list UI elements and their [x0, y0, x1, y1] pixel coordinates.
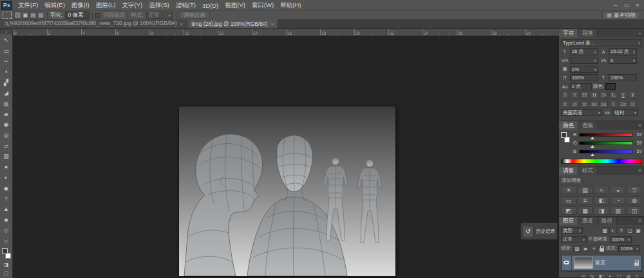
quick-mask-button[interactable]: ◨	[0, 261, 12, 269]
text-color-swatch[interactable]	[605, 83, 616, 90]
tab-layers[interactable]: 图层	[559, 217, 578, 225]
proportional-spacing-select[interactable]: 0% ▾	[570, 66, 598, 73]
adjustment-icon[interactable]: ▽	[627, 186, 642, 194]
opentype-button[interactable]: fi	[561, 101, 569, 108]
adjustment-icon[interactable]: ◍	[627, 196, 642, 204]
document-image[interactable]	[179, 106, 395, 276]
tools-collapse-icon[interactable]: «	[0, 29, 12, 34]
close-button[interactable]: ×	[633, 2, 642, 8]
opentype-button[interactable]: sw	[590, 101, 598, 108]
menu-item[interactable]: 视图(V)	[222, 1, 249, 10]
opentype-button[interactable]: 1st	[619, 101, 627, 108]
opentype-button[interactable]: st	[580, 101, 589, 108]
tool-button[interactable]: ◐	[0, 172, 12, 183]
adjustment-icon[interactable]: ☀	[561, 186, 576, 194]
tool-button[interactable]: ●	[0, 162, 12, 172]
channel-value[interactable]: 57	[634, 132, 642, 137]
layer-thumbnail[interactable]	[574, 257, 592, 268]
selection-mode-button[interactable]: ▥	[37, 12, 44, 19]
tool-button[interactable]: ▱	[0, 141, 12, 151]
menu-item[interactable]: 选择(S)	[146, 1, 173, 10]
document-tab[interactable]: timg (28).jpg @ 100%(RGB/8#) ×	[187, 19, 278, 28]
leading-select[interactable]: 25.02 点 ▾	[609, 48, 637, 55]
adjustment-icon[interactable]: ▤	[578, 186, 593, 194]
color-spectrum-ramp[interactable]	[561, 159, 642, 164]
tool-button[interactable]: ◎	[0, 130, 12, 141]
tool-button[interactable]: ○	[0, 235, 12, 246]
selection-mode-button[interactable]: ▢	[14, 12, 21, 19]
type-style-button[interactable]: Ŧ	[629, 92, 637, 99]
visibility-toggle[interactable]	[562, 255, 572, 270]
type-style-button[interactable]: T	[561, 92, 569, 99]
feather-input[interactable]: 0 像素	[65, 12, 90, 19]
tool-button[interactable]: ↖	[0, 35, 12, 45]
menu-item[interactable]: 图层(L)	[93, 1, 119, 10]
horizontal-scale-input[interactable]: 100%	[609, 74, 637, 81]
baseline-shift-input[interactable]: 0 点	[570, 83, 592, 90]
adjustment-icon[interactable]: ▦	[578, 206, 593, 215]
document-tab[interactable]: 九%92f4609e4f8f7f74265ba637f0c8f6_view_72…	[0, 19, 187, 28]
tool-button[interactable]: ◢	[0, 88, 12, 98]
panel-menu-icon[interactable]: ≡	[636, 166, 644, 175]
opacity-select[interactable]: 100% ▾	[610, 236, 632, 243]
layer-filter-icon[interactable]: T	[618, 227, 625, 234]
tool-button[interactable]: T	[0, 194, 12, 204]
tab-color[interactable]: 颜色	[559, 121, 578, 130]
adjustment-icon[interactable]: ◩	[561, 206, 576, 215]
opentype-button[interactable]: ½	[629, 101, 637, 108]
tool-button[interactable]: ◇	[0, 225, 12, 235]
type-style-button[interactable]: TT	[580, 92, 589, 99]
adjustment-icon[interactable]: ▭	[561, 196, 576, 204]
history-panel-collapsed[interactable]: ↺ 历史记录	[520, 223, 558, 240]
adjustment-icon[interactable]: ≡	[578, 196, 593, 204]
type-style-button[interactable]: T¹	[600, 92, 608, 99]
type-style-button[interactable]: T₁	[609, 92, 618, 99]
tool-button[interactable]: ◖	[0, 66, 12, 77]
channel-value[interactable]: 57	[634, 148, 642, 154]
panel-menu-icon[interactable]: ≡	[636, 217, 644, 225]
refine-edge-button[interactable]: 调整边缘	[179, 12, 210, 19]
adjustment-icon[interactable]: ◫	[627, 206, 642, 215]
restore-button[interactable]: ▭	[622, 2, 631, 8]
layers-footer-icon[interactable]: ▢	[616, 273, 623, 278]
layer-filter-icon[interactable]: ▣	[634, 227, 642, 234]
tool-button[interactable]: ▲	[0, 204, 12, 214]
tool-button[interactable]: ▞	[0, 77, 12, 88]
layers-footer-icon[interactable]: ⊞	[625, 273, 632, 278]
menu-item[interactable]: 滤镜(T)	[173, 1, 199, 10]
adjustment-icon[interactable]: ◧	[594, 196, 609, 204]
layer-filter-select[interactable]: 类型 ▾	[561, 227, 583, 234]
tab-swatches[interactable]: 色板	[578, 121, 598, 130]
menu-item[interactable]: 窗口(W)	[249, 1, 277, 10]
screen-mode-button[interactable]: ▢	[0, 269, 12, 277]
opentype-button[interactable]: aa	[600, 101, 608, 108]
tab-adjustments[interactable]: 调整	[559, 166, 578, 175]
type-style-button[interactable]: T	[619, 92, 627, 99]
channel-slider[interactable]	[579, 150, 633, 154]
fill-select[interactable]: 100% ▾	[618, 245, 640, 252]
layer-filter-icon[interactable]: ◐	[609, 227, 617, 234]
slider-thumb-icon[interactable]	[591, 154, 594, 156]
foreground-color-swatch[interactable]	[561, 132, 567, 138]
slider-thumb-icon[interactable]	[591, 137, 594, 139]
selection-mode-button[interactable]: ▣	[22, 12, 29, 19]
channel-slider[interactable]	[579, 141, 633, 145]
font-family-select[interactable]: TypeLand 康... ▾	[561, 39, 642, 46]
font-size-select[interactable]: 26 点 ▾	[570, 48, 598, 55]
layers-footer-icon[interactable]: ◐	[607, 273, 614, 278]
menu-item[interactable]: 图像(I)	[68, 1, 93, 10]
tool-button[interactable]: ∽	[0, 56, 12, 66]
tab-character[interactable]: 字符	[559, 29, 578, 37]
lock-option-icon[interactable]: +	[590, 245, 598, 252]
blend-mode-select[interactable]: 正常 ▾	[561, 236, 587, 243]
adjustment-icon[interactable]: ◔	[611, 196, 626, 204]
style-select[interactable]: 正常 ▾	[146, 12, 173, 19]
panel-menu-icon[interactable]: ≡	[636, 29, 644, 37]
layer-row[interactable]: 背景	[562, 255, 641, 271]
tool-button[interactable]: ■	[0, 215, 12, 225]
layers-footer-icon[interactable]: ∞	[580, 273, 587, 278]
anti-alias-checkbox[interactable]	[95, 13, 100, 18]
type-style-button[interactable]: Tt	[590, 92, 598, 99]
tool-button[interactable]: ◉	[0, 119, 12, 130]
layer-filter-icon[interactable]: ▦	[601, 227, 609, 234]
